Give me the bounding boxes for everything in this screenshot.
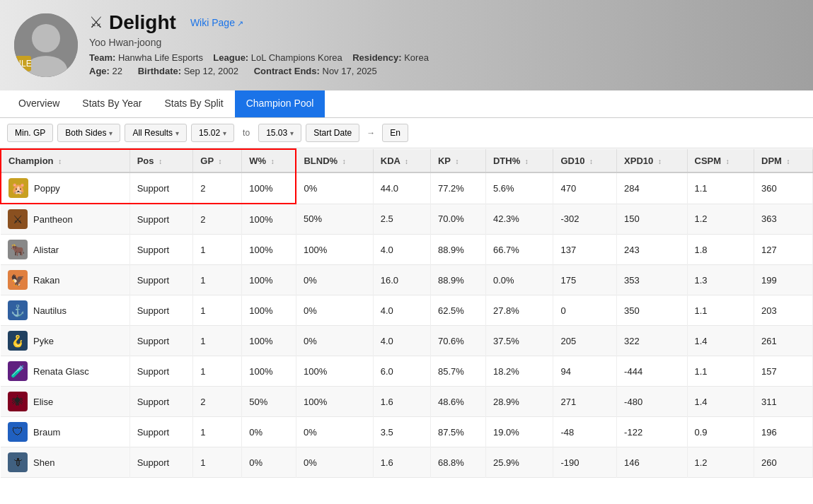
col-kp[interactable]: KP ↕ (430, 149, 485, 172)
table-cell: 4.0 (373, 235, 430, 265)
end-date-filter[interactable]: En (382, 124, 408, 142)
table-cell: 260 (754, 447, 813, 478)
table-row[interactable]: 🐹PoppySupport2100%0%44.077.2%5.6%4702841… (1, 172, 813, 204)
table-cell: 19.0% (485, 417, 553, 447)
table-cell: 2 (193, 204, 242, 235)
table-cell: 1.4 (687, 387, 754, 417)
table-cell: 88.9% (430, 235, 485, 265)
table-cell: -190 (553, 447, 617, 478)
col-gd10[interactable]: GD10 ↕ (553, 149, 617, 172)
col-wr[interactable]: W% ↕ (242, 149, 296, 172)
table-row[interactable]: 🧪Renata GlascSupport1100%100%6.085.7%18.… (1, 356, 813, 387)
col-dpm[interactable]: DPM ↕ (754, 149, 813, 172)
table-cell: 100% (242, 356, 296, 387)
col-pos[interactable]: Pos ↕ (129, 149, 193, 172)
kp-sort-icon: ↕ (455, 158, 459, 165)
col-xpd10[interactable]: XPD10 ↕ (617, 149, 687, 172)
col-cspm[interactable]: CSPM ↕ (687, 149, 754, 172)
table-cell: Support (129, 447, 193, 478)
table-cell: Support (129, 417, 193, 447)
table-cell: 🗡Shen (1, 447, 129, 478)
table-cell: 137 (553, 235, 617, 265)
table-cell: 18.2% (485, 356, 553, 387)
table-cell: Support (129, 356, 193, 387)
table-row[interactable]: 🗡ShenSupport10%0%1.668.8%25.9%-1901461.2… (1, 447, 813, 478)
table-row[interactable]: 🦅RakanSupport1100%0%16.088.9%0.0%1753531… (1, 265, 813, 295)
table-row[interactable]: ⚔PantheonSupport2100%50%2.570.0%42.3%-30… (1, 204, 813, 235)
both-sides-filter[interactable]: Both Sides ▾ (57, 124, 120, 142)
table-cell: 0% (242, 417, 296, 447)
player-age: 22 (113, 66, 122, 76)
table-cell: Support (129, 172, 193, 204)
table-cell: 70.6% (430, 326, 485, 356)
cspm-sort-icon: ↕ (726, 158, 730, 165)
table-cell: 🧪Renata Glasc (1, 356, 129, 387)
table-cell: 0% (296, 172, 373, 204)
table-cell: 66.7% (485, 235, 553, 265)
table-cell: Support (129, 204, 193, 235)
col-blnd[interactable]: BLND% ↕ (296, 149, 373, 172)
table-cell: 42.3% (485, 204, 553, 235)
table-cell: 1.2 (687, 447, 754, 478)
table-cell: 0% (296, 326, 373, 356)
table-cell: 322 (617, 326, 687, 356)
table-cell: 25.9% (485, 447, 553, 478)
table-cell: 127 (754, 235, 813, 265)
table-cell: 271 (553, 387, 617, 417)
table-row[interactable]: 🕷EliseSupport250%100%1.648.6%28.9%271-48… (1, 387, 813, 417)
table-cell: 68.8% (430, 447, 485, 478)
col-kda[interactable]: KDA ↕ (373, 149, 430, 172)
champion-sort-icon: ↕ (58, 158, 62, 165)
dth-sort-icon: ↕ (525, 158, 529, 165)
table-cell: Support (129, 265, 193, 295)
table-cell: 4.0 (373, 295, 430, 326)
to-label: to (238, 124, 254, 141)
table-cell: 350 (617, 295, 687, 326)
table-cell: 1.3 (687, 265, 754, 295)
table-cell: 100% (296, 387, 373, 417)
table-row[interactable]: ⚓NautilusSupport1100%0%4.062.5%27.8%0350… (1, 295, 813, 326)
table-cell: 100% (242, 235, 296, 265)
col-champion[interactable]: Champion ↕ (1, 149, 129, 172)
svg-text:HLE: HLE (15, 59, 31, 69)
table-cell: 27.8% (485, 295, 553, 326)
patch-to-filter[interactable]: 15.03 ▾ (258, 124, 301, 142)
table-cell: 360 (754, 172, 813, 204)
table-cell: 261 (754, 326, 813, 356)
tab-stats-by-year[interactable]: Stats By Year (71, 90, 153, 117)
table-cell: 1.1 (687, 172, 754, 204)
table-cell: 100% (242, 295, 296, 326)
table-cell: 0.9 (687, 417, 754, 447)
xpd10-sort-icon: ↕ (658, 158, 662, 165)
wiki-link[interactable]: Wiki Page (190, 17, 243, 28)
table-row[interactable]: 🛡BraumSupport10%0%3.587.5%19.0%-48-1220.… (1, 417, 813, 447)
table-cell: 175 (553, 265, 617, 295)
table-cell: 0% (296, 417, 373, 447)
table-cell: -480 (617, 387, 687, 417)
table-cell: 16.0 (373, 265, 430, 295)
start-date-filter[interactable]: Start Date (306, 124, 359, 142)
team-label: Team: (89, 52, 115, 63)
tab-bar: Overview Stats By Year Stats By Split Ch… (0, 90, 813, 118)
table-cell: 100% (242, 326, 296, 356)
player-league: LoL Champions Korea (251, 52, 342, 63)
tab-champion-pool[interactable]: Champion Pool (235, 90, 325, 117)
wr-sort-icon: ↕ (271, 158, 275, 165)
all-results-filter[interactable]: All Results ▾ (125, 124, 187, 142)
table-row[interactable]: 🐂AlistarSupport1100%100%4.088.9%66.7%137… (1, 235, 813, 265)
table-cell: 363 (754, 204, 813, 235)
min-gp-filter[interactable]: Min. GP (7, 124, 53, 142)
patch-from-filter[interactable]: 15.02 ▾ (191, 124, 234, 142)
tab-overview[interactable]: Overview (7, 90, 71, 117)
table-cell: 1 (193, 326, 242, 356)
col-gp[interactable]: GP ↕ (193, 149, 242, 172)
table-cell: 203 (754, 295, 813, 326)
table-cell: 0% (242, 447, 296, 478)
tab-stats-by-split[interactable]: Stats By Split (153, 90, 234, 117)
patch-from-arrow: ▾ (223, 129, 226, 137)
table-cell: 87.5% (430, 417, 485, 447)
table-row[interactable]: 🪝PykeSupport1100%0%4.070.6%37.5%2053221.… (1, 326, 813, 356)
player-header: HLE ⚔ Delight Wiki Page Yoo Hwan-joong T… (0, 0, 813, 90)
col-dth[interactable]: DTH% ↕ (485, 149, 553, 172)
blnd-sort-icon: ↕ (342, 158, 346, 165)
